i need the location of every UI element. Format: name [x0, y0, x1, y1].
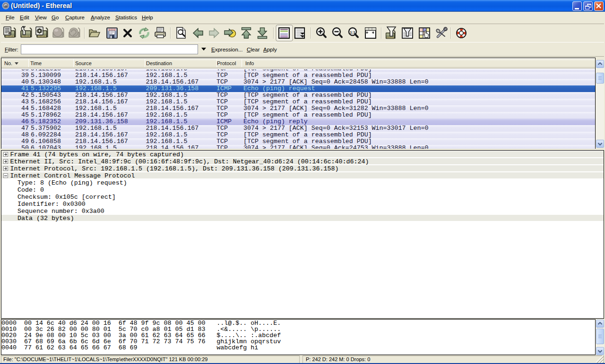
svg-text:1:1: 1:1 [350, 30, 355, 34]
